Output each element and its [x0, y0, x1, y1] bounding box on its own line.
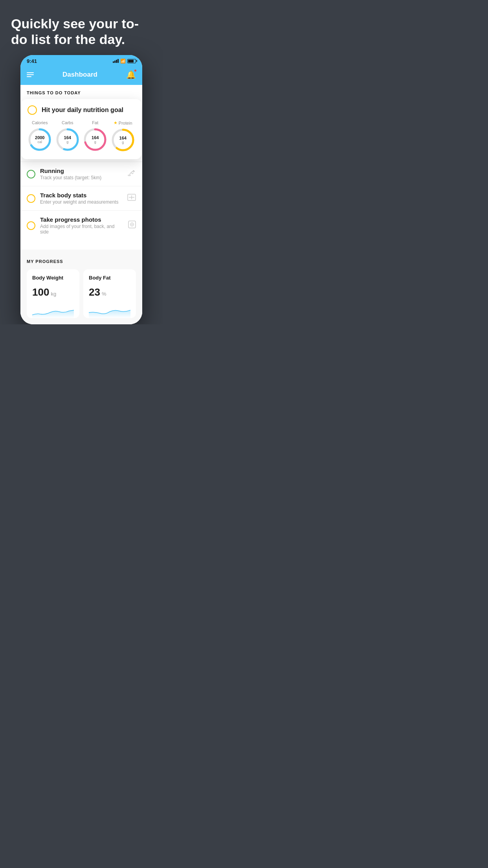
svg-point-8	[128, 175, 131, 176]
nutrition-card: Hit your daily nutrition goal Calories	[21, 99, 141, 159]
nutrition-check-circle	[28, 105, 37, 115]
todo-item-body-stats[interactable]: Track body stats Enter your weight and m…	[20, 186, 142, 210]
carbs-stat: Carbs 164 g	[55, 120, 80, 152]
star-icon: ★	[114, 120, 117, 125]
todo-item-running[interactable]: Running Track your stats (target: 5km)	[20, 162, 142, 186]
calories-donut: 2000 cal	[28, 127, 52, 152]
running-icon	[127, 170, 136, 178]
progress-cards: Body Weight 100 kg	[27, 269, 136, 318]
progress-title: MY PROGRESS	[27, 259, 136, 264]
protein-donut: 164 g	[111, 128, 135, 152]
wifi-icon: 📶	[120, 59, 126, 64]
running-title: Running	[40, 167, 123, 174]
fat-donut: 164 g	[83, 127, 107, 152]
nutrition-card-header: Hit your daily nutrition goal	[28, 105, 135, 115]
status-time: 9:41	[27, 58, 37, 64]
svg-point-9	[133, 170, 134, 172]
running-check-circle	[27, 170, 35, 178]
body-weight-value: 100	[32, 286, 49, 298]
body-fat-card-title: Body Fat	[89, 275, 130, 281]
body-weight-card-title: Body Weight	[32, 275, 74, 281]
spacer	[20, 240, 142, 250]
body-fat-chart	[89, 304, 130, 318]
photos-check-circle	[27, 221, 35, 230]
calories-label: Calories	[32, 120, 48, 125]
photos-icon	[128, 221, 136, 230]
things-to-do-label: THINGS TO DO TODAY	[20, 85, 142, 99]
phone-mockup: 9:41 📶	[20, 55, 142, 324]
status-icons: 📶	[113, 59, 136, 64]
carbs-donut: 164 g	[55, 127, 80, 152]
running-subtitle: Track your stats (target: 5km)	[40, 175, 123, 180]
notification-dot	[134, 69, 137, 72]
hero-title: Quickly see your to-do list for the day.	[11, 16, 152, 47]
body-weight-chart	[32, 304, 74, 318]
notification-bell-button[interactable]: 🔔	[126, 70, 136, 79]
hero-section: Quickly see your to-do list for the day.	[0, 0, 163, 55]
fat-label: Fat	[92, 120, 98, 125]
status-bar: 9:41 📶	[20, 55, 142, 66]
carbs-label: Carbs	[62, 120, 73, 125]
fat-stat: Fat 164 g	[83, 120, 107, 152]
todo-item-progress-photos[interactable]: Take progress photos Add images of your …	[20, 210, 142, 240]
body-fat-card[interactable]: Body Fat 23 %	[83, 269, 136, 318]
nutrition-stats: Calories 2000 cal	[28, 120, 135, 152]
app-header: Dashboard 🔔	[20, 66, 142, 85]
protein-stat: ★ Protein 164	[111, 120, 135, 152]
body-stats-title: Track body stats	[40, 192, 123, 199]
body-stats-subtitle: Enter your weight and measurements	[40, 199, 123, 205]
photos-title: Take progress photos	[40, 216, 123, 223]
background: Quickly see your to-do list for the day.…	[0, 0, 163, 324]
svg-point-15	[132, 224, 133, 225]
hamburger-menu-button[interactable]	[27, 72, 34, 77]
body-fat-unit: %	[102, 291, 106, 297]
photos-subtitle: Add images of your front, back, and side	[40, 224, 123, 235]
protein-label: ★ Protein	[114, 120, 132, 125]
nutrition-title: Hit your daily nutrition goal	[42, 107, 123, 114]
progress-section: MY PROGRESS Body Weight 100 kg	[20, 250, 142, 324]
calories-stat: Calories 2000 cal	[28, 120, 52, 152]
body-weight-card[interactable]: Body Weight 100 kg	[27, 269, 79, 318]
phone-frame: 9:41 📶	[20, 55, 142, 324]
body-fat-value: 23	[89, 286, 100, 298]
header-title: Dashboard	[62, 71, 97, 79]
signal-icon	[113, 59, 119, 63]
content-area: THINGS TO DO TODAY Hit your daily nutrit…	[20, 85, 142, 324]
body-stats-check-circle	[27, 194, 35, 203]
body-weight-unit: kg	[51, 291, 56, 297]
body-stats-icon	[127, 194, 136, 203]
battery-icon	[127, 59, 136, 63]
